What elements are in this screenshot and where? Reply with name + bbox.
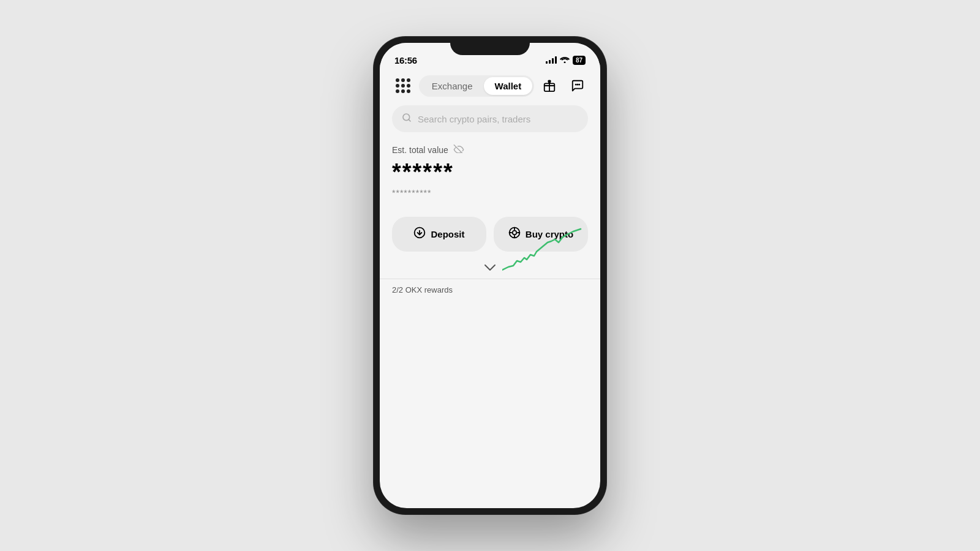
rewards-section: 2/2 OKX rewards [380,279,600,300]
gift-button[interactable] [539,75,560,96]
nav-bar: Exchange Wallet [380,70,600,102]
wifi-icon [560,56,570,65]
svg-line-5 [409,119,410,121]
search-placeholder-text: Search crypto pairs, traders [418,114,530,124]
status-icons: 87 [546,56,586,65]
est-label-row: Est. total value [392,144,588,156]
chevron-down-icon[interactable] [484,263,496,274]
wallet-value-main: ****** [392,159,588,186]
nav-tabs: Exchange Wallet [419,75,534,97]
search-icon [402,113,412,125]
grid-dots-icon [396,78,410,93]
message-button[interactable] [567,75,588,96]
nav-right-icons [539,75,588,96]
search-section: Search crypto pairs, traders [380,102,600,138]
rewards-text: 2/2 OKX rewards [392,285,453,294]
wallet-chart [502,224,582,279]
wallet-value-sub: ********** [392,188,588,198]
search-bar[interactable]: Search crypto pairs, traders [392,105,588,132]
phone-notch [450,37,530,55]
deposit-label: Deposit [431,229,464,239]
battery-indicator: 87 [573,56,586,65]
tab-exchange[interactable]: Exchange [421,77,484,95]
status-time: 16:56 [394,55,417,66]
est-total-label: Est. total value [392,145,448,155]
deposit-icon [413,227,426,242]
grid-menu-button[interactable] [392,75,414,97]
phone-screen: 16:56 87 [380,43,600,508]
tab-wallet[interactable]: Wallet [484,77,533,95]
hide-value-icon[interactable] [453,144,464,156]
wallet-content: Est. total value ****** ********** [380,138,600,206]
phone-frame: 16:56 87 [374,37,606,514]
deposit-button[interactable]: Deposit [392,217,486,252]
signal-icon [546,56,557,64]
